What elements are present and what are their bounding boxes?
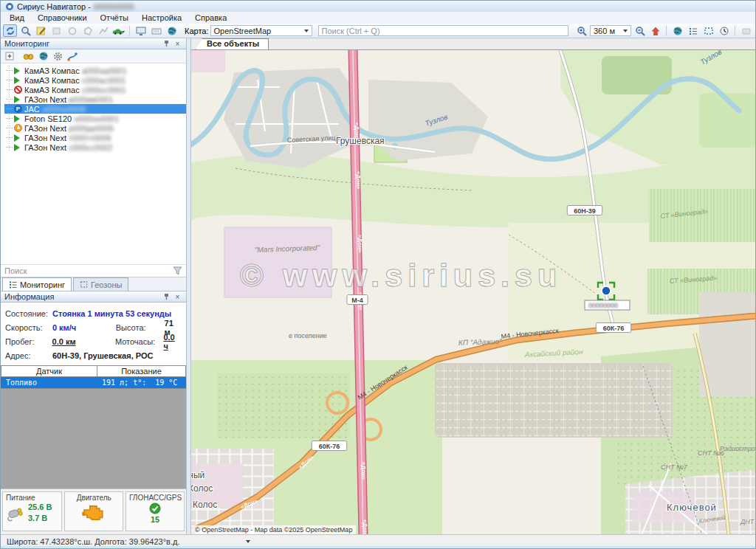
- tree-connector: [6, 137, 13, 138]
- gps-satellites-value: 15: [129, 514, 181, 525]
- zoom-out-button[interactable]: [633, 24, 647, 37]
- vehicle-item[interactable]: ГАЗон Nextр000рр0005: [4, 123, 186, 133]
- road-badge: 60Н-39: [567, 206, 602, 215]
- tree-connector: [6, 118, 13, 119]
- vehicle-item[interactable]: КамАЗ Компаса000аа0001: [4, 66, 186, 75]
- tree-connector: [6, 147, 13, 148]
- map-area: Все объекты: [191, 38, 755, 534]
- vehicle-plate-redacted: с000ос0001: [82, 86, 126, 94]
- zoom-in-button[interactable]: [574, 24, 588, 37]
- menu-otchety[interactable]: Отчёты: [100, 13, 128, 22]
- show-on-map-button[interactable]: [38, 51, 49, 61]
- menu-nastroyka[interactable]: Настройка: [142, 13, 182, 22]
- geozone-circle-button[interactable]: [65, 24, 79, 37]
- map-svg: Советская улицаГрушевскаяТузловТузловСТ …: [191, 50, 755, 534]
- tab-geozones-label: Геозоны: [91, 280, 122, 289]
- coordinates-format-caret[interactable]: [246, 540, 250, 543]
- close-icon[interactable]: ×: [173, 39, 182, 49]
- toolbar-separator: [735, 26, 735, 36]
- vehicle-item[interactable]: ГАЗон Nextв000вв0001: [4, 94, 186, 104]
- tab-monitoring-label: Мониторинг: [20, 280, 65, 289]
- vehicle-status-moving-icon: [14, 67, 20, 75]
- binoculars-search-button[interactable]: [23, 52, 34, 61]
- map-label: «Дон»: [360, 462, 367, 480]
- mileage-value[interactable]: 0.0 км: [52, 337, 115, 346]
- menu-spravochniki[interactable]: Справочники: [38, 13, 87, 22]
- map-watermark: © www.sirius.su: [240, 258, 562, 293]
- zoom-tool-button[interactable]: [18, 24, 32, 37]
- menu-bar: Вид Справочники Отчёты Настройка Справка: [1, 12, 755, 24]
- sensor-value: 191 л; t°: 19 °C: [97, 377, 186, 388]
- geozone-new-button[interactable]: [49, 24, 63, 37]
- sensor-row[interactable]: Топливо191 л; t°: 19 °C: [1, 377, 186, 388]
- svg-text:60К-76: 60К-76: [319, 443, 340, 450]
- sensor-table-body: Топливо191 л; t°: 19 °C: [1, 377, 186, 388]
- geozone-icon: [80, 280, 88, 289]
- menu-vid[interactable]: Вид: [10, 13, 24, 22]
- vehicle-item[interactable]: Foton SE120н000нн0001: [4, 114, 186, 123]
- expand-all-button[interactable]: [5, 52, 14, 61]
- vehicle-item[interactable]: PJACэ000ээ0006: [4, 104, 186, 114]
- monitoring-panel-header: Мониторинг ×: [1, 38, 186, 49]
- global-search-input[interactable]: [318, 25, 569, 36]
- history-time-button[interactable]: [717, 24, 731, 37]
- keyboard-panel-button[interactable]: [149, 24, 163, 37]
- vehicle-status-moving-icon: [14, 96, 20, 103]
- settings-gear-icon[interactable]: [53, 52, 63, 61]
- window-title-redacted: 000000000: [94, 2, 134, 11]
- object-list-button[interactable]: [686, 24, 700, 37]
- map-edit-button[interactable]: [34, 24, 48, 37]
- gps-label: ГЛОНАСС/GPS: [129, 494, 181, 502]
- menu-spravka[interactable]: Справка: [195, 13, 227, 22]
- geozone-polyline-button[interactable]: [96, 24, 110, 37]
- toolbar-separator: [666, 26, 667, 36]
- vehicle-name: КамАЗ Компас: [24, 66, 80, 75]
- map-label: е поселение: [289, 332, 327, 339]
- speed-value: 0 км/ч: [52, 323, 116, 332]
- vehicle-status-moving-icon: [14, 144, 20, 151]
- map-tab-all-objects[interactable]: Все объекты: [196, 38, 269, 49]
- vehicle-item[interactable]: КамАЗ Компасс000ас0001: [4, 75, 186, 85]
- select-area-button[interactable]: [701, 24, 715, 37]
- globe-layers-button[interactable]: [165, 24, 179, 37]
- vehicle-plate-redacted: а000аа0001: [82, 66, 127, 75]
- vehicle-name: JAC: [24, 105, 40, 114]
- power-label: Питание: [6, 494, 58, 502]
- gps-status-icon: [149, 503, 161, 514]
- map-select-label: Карта:: [185, 27, 209, 35]
- tab-geozones[interactable]: Геозоны: [73, 277, 128, 291]
- power-backup-value: 3.7 В: [28, 513, 52, 524]
- track-route-button[interactable]: [67, 52, 78, 61]
- tab-monitoring[interactable]: Мониторинг: [2, 277, 72, 291]
- zoom-level-select[interactable]: 360 м: [590, 25, 631, 36]
- list-icon: [9, 280, 17, 289]
- track-refresh-button[interactable]: [3, 24, 17, 37]
- vehicle-item[interactable]: ГАЗон Nextт000тт0006: [4, 133, 186, 142]
- sidebar-search-row[interactable]: Поиск: [1, 264, 186, 277]
- monitor-panel-button[interactable]: [134, 24, 148, 37]
- map-canvas[interactable]: Советская улицаГрушевскаяТузловТузловСТ …: [191, 50, 755, 534]
- power-plug-icon: [6, 504, 25, 522]
- geozone-polygon-button[interactable]: [80, 24, 94, 37]
- filter-funnel-icon[interactable]: [173, 266, 182, 275]
- map-select[interactable]: OpenStreetMap: [210, 25, 312, 36]
- hours-label: Моточасы:: [115, 337, 164, 346]
- vehicle-menu-button[interactable]: [111, 24, 126, 37]
- home-view-button[interactable]: [648, 24, 662, 37]
- zoom-level-value: 360 м: [594, 27, 615, 35]
- pin-icon[interactable]: [163, 293, 173, 300]
- engine-icon: [81, 504, 106, 522]
- sidebar-tabs: Мониторинг Геозоны: [1, 277, 186, 291]
- hours-value[interactable]: 0.0 ч: [163, 333, 182, 351]
- mileage-label: Пробег:: [5, 337, 52, 346]
- sidebar-search-placeholder: Поиск: [4, 266, 27, 275]
- svg-text:М-4: М-4: [351, 297, 363, 304]
- pin-icon[interactable]: [163, 40, 173, 47]
- vehicle-marker-label: 00000000: [588, 302, 618, 309]
- speed-label: Скорость:: [5, 323, 52, 332]
- vehicle-item[interactable]: КамАЗ Компасс000ос0001: [4, 85, 186, 94]
- globe-view-button[interactable]: [670, 24, 684, 37]
- vehicle-item[interactable]: ГАЗон Nextс000сс0002: [4, 142, 186, 152]
- minimap-button[interactable]: [739, 24, 753, 37]
- close-icon[interactable]: ×: [173, 292, 182, 302]
